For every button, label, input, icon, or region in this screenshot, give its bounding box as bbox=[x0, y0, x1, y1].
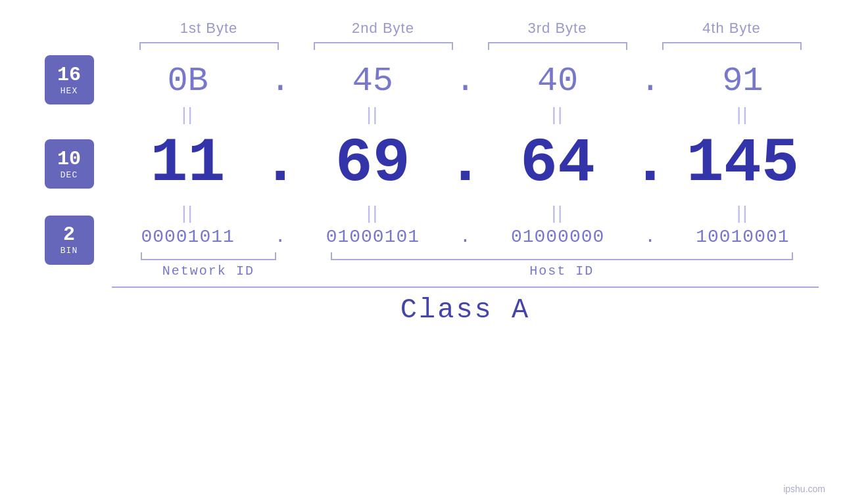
dec-b2-value: 69 bbox=[335, 133, 410, 195]
id-labels-row: Network ID Host ID bbox=[112, 263, 819, 279]
eq2-b4: || bbox=[667, 202, 819, 223]
dec-b1-cell: 11 bbox=[112, 133, 264, 195]
eq2-b1: || bbox=[112, 202, 264, 223]
hex-b4-cell: 91 bbox=[667, 62, 819, 101]
bin-dot2: . bbox=[449, 227, 482, 247]
network-id-label: Network ID bbox=[162, 263, 254, 279]
bin-b3-cell: 01000000 bbox=[482, 227, 634, 247]
dec-badge-label: DEC bbox=[60, 170, 78, 180]
hex-badge: 16 HEX bbox=[45, 55, 94, 104]
bin-badge-number: 2 bbox=[63, 224, 75, 246]
bracket-line-2 bbox=[314, 42, 453, 50]
host-bracket-line bbox=[331, 252, 793, 260]
watermark: ipshu.com bbox=[783, 484, 825, 494]
byte2-header: 2nd Byte bbox=[296, 20, 470, 37]
eq1-b4: || bbox=[667, 104, 819, 125]
dec-badge-number: 10 bbox=[57, 149, 81, 170]
byte4-header: 4th Byte bbox=[644, 20, 819, 37]
eq2-b2: || bbox=[297, 202, 448, 223]
hex-badge-spacer: 16 HEX bbox=[45, 55, 94, 104]
bracket-line-1 bbox=[139, 42, 279, 50]
bin-row: 00001011 . 01000101 . 01000000 . bbox=[112, 227, 819, 247]
bin-b1-value: 00001011 bbox=[141, 227, 234, 247]
hex-b1-cell: 0B bbox=[112, 62, 264, 101]
host-id-label: Host ID bbox=[529, 263, 594, 279]
dec-dot2: . bbox=[449, 128, 482, 199]
bracket-line-3 bbox=[488, 42, 627, 50]
eq2-b3: || bbox=[482, 202, 634, 223]
dec-badge-spacer: 10 DEC bbox=[45, 129, 94, 198]
byte1-header: 1st Byte bbox=[122, 20, 296, 37]
hex-b2-cell: 45 bbox=[297, 62, 448, 101]
hex-dot2: . bbox=[449, 62, 482, 101]
hex-b3-value: 40 bbox=[537, 62, 578, 101]
host-bracket-container bbox=[305, 252, 819, 260]
bracket-cell-1 bbox=[122, 42, 296, 50]
hex-b4-value: 91 bbox=[722, 62, 763, 101]
hex-b2-value: 45 bbox=[352, 62, 393, 101]
dec-b3-cell: 64 bbox=[482, 133, 634, 195]
equals-row-2: || || || || bbox=[112, 202, 819, 223]
dec-b3-value: 64 bbox=[520, 133, 595, 195]
full-width-line bbox=[112, 286, 819, 288]
bin-badge: 2 BIN bbox=[45, 216, 94, 265]
hex-badge-label: HEX bbox=[60, 86, 78, 96]
bottom-bracket-row bbox=[112, 252, 819, 260]
class-label-container: Class A bbox=[112, 294, 819, 326]
bin-b3-value: 01000000 bbox=[511, 227, 604, 247]
hex-dot1: . bbox=[264, 62, 297, 101]
rows-area: 0B . 45 . 40 . 91 bbox=[112, 55, 819, 504]
bin-b2-value: 01000101 bbox=[326, 227, 420, 247]
hex-b3-cell: 40 bbox=[482, 62, 634, 101]
bin-dot1: . bbox=[264, 227, 297, 247]
hex-b1-value: 0B bbox=[167, 62, 208, 101]
eq1-b2: || bbox=[297, 104, 448, 125]
dec-dot3: . bbox=[634, 128, 667, 199]
bin-dot3: . bbox=[634, 227, 667, 247]
byte3-header: 3rd Byte bbox=[470, 20, 644, 37]
dec-b1-value: 11 bbox=[151, 133, 226, 195]
main-container: 1st Byte 2nd Byte 3rd Byte 4th Byte 16 H… bbox=[0, 0, 845, 504]
host-id-container: Host ID bbox=[305, 263, 819, 279]
dec-row: 11 . 69 . 64 . 145 bbox=[112, 128, 819, 199]
badges-column: 16 HEX 10 DEC 2 BIN bbox=[26, 55, 112, 504]
bin-badge-label: BIN bbox=[60, 246, 78, 256]
network-bracket-container bbox=[112, 252, 305, 260]
network-bracket-line bbox=[141, 252, 276, 260]
bracket-line-4 bbox=[662, 42, 802, 50]
dec-b4-value: 145 bbox=[687, 133, 799, 195]
bin-b4-value: 10010001 bbox=[696, 227, 789, 247]
hex-row: 0B . 45 . 40 . 91 bbox=[112, 62, 819, 101]
byte-headers: 1st Byte 2nd Byte 3rd Byte 4th Byte bbox=[26, 20, 819, 37]
bin-b4-cell: 10010001 bbox=[667, 227, 819, 247]
dec-dot1: . bbox=[264, 128, 297, 199]
bracket-cell-4 bbox=[644, 42, 819, 50]
equals-row-1: || || || || bbox=[112, 104, 819, 125]
dec-badge: 10 DEC bbox=[45, 139, 94, 189]
eq1-b3: || bbox=[482, 104, 634, 125]
hex-badge-number: 16 bbox=[57, 64, 81, 86]
dec-b4-cell: 145 bbox=[667, 133, 819, 195]
class-label: Class A bbox=[400, 294, 530, 326]
bracket-cell-2 bbox=[296, 42, 470, 50]
dec-b2-cell: 69 bbox=[297, 133, 448, 195]
bin-b2-cell: 01000101 bbox=[297, 227, 448, 247]
eq1-b1: || bbox=[112, 104, 264, 125]
hex-dot3: . bbox=[634, 62, 667, 101]
bin-b1-cell: 00001011 bbox=[112, 227, 264, 247]
bin-badge-spacer: 2 BIN bbox=[45, 223, 94, 256]
network-id-container: Network ID bbox=[112, 263, 305, 279]
bracket-cell-3 bbox=[470, 42, 644, 50]
top-brackets bbox=[26, 42, 819, 50]
